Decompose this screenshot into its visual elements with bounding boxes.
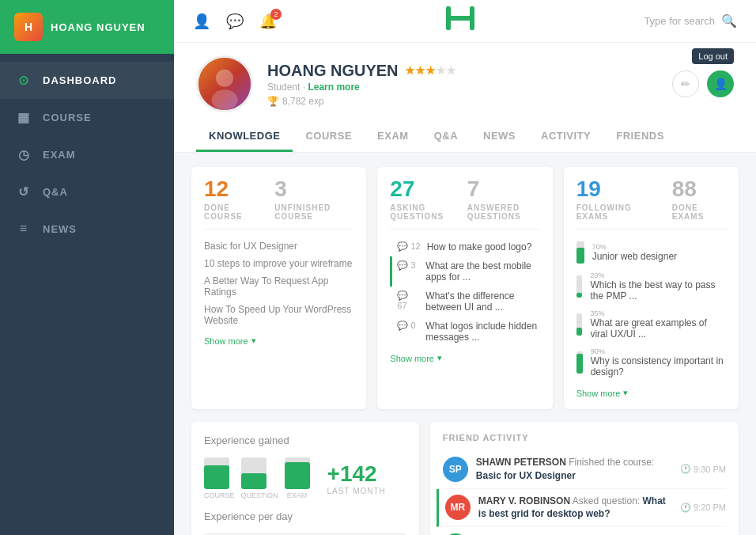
profile-name: HOANG NGUYEN ★★★★★ <box>267 62 456 80</box>
sidebar-item-course[interactable]: ▦ COURSE <box>0 99 174 136</box>
topbar: 👤 💬 🔔 2 Type for search 🔍 <box>174 0 756 43</box>
qa-item-2[interactable]: 💬 67 What's the difference between UI an… <box>390 286 539 317</box>
svg-rect-2 <box>446 16 474 21</box>
friend-time-1: 🕐 9:20 PM <box>680 503 726 513</box>
friend-text-1: MARY V. ROBINSON Asked question: What is… <box>478 495 672 522</box>
profile-info: HOANG NGUYEN ★★★★★ Student · Learn more … <box>267 62 456 107</box>
course-item-0[interactable]: Basic for UX Designer <box>204 237 353 255</box>
chat-icon[interactable]: 💬 <box>226 13 244 30</box>
done-exams-number: 88 <box>672 178 726 200</box>
dashboard-grid: 12 DONE COURSE 3 UNFINISHED COURSE Basic… <box>174 153 756 535</box>
sidebar-label-news: NEWS <box>43 223 77 235</box>
svg-point-4 <box>216 70 233 87</box>
qa-item-1[interactable]: 💬 3 What are the best mobile apps for ..… <box>390 256 539 286</box>
exam-item-1[interactable]: 20% Which is the best way to pass the PM… <box>576 268 726 305</box>
profile-exp: 🏆 8,782 exp <box>267 96 456 107</box>
tab-course[interactable]: COURSE <box>293 122 365 152</box>
profile-header: HOANG NGUYEN ★★★★★ Student · Learn more … <box>174 43 756 153</box>
progress-bar-2 <box>576 313 583 336</box>
exp-bar-question <box>241 457 266 489</box>
friend-activity-title: FRIEND ACTIVITY <box>443 433 726 442</box>
exp-number: +142 <box>327 461 386 487</box>
course-item-3[interactable]: How To Speed Up Your WordPress Website <box>204 301 353 329</box>
dashboard-icon: ⊙ <box>16 73 32 88</box>
rating-stars: ★★★★★ <box>405 64 456 77</box>
friend-item-2: JR JOE RAMOS Finished the exam: Junior w… <box>443 527 726 535</box>
exam-item-2[interactable]: 35% What are great examples of viral UX/… <box>576 305 726 343</box>
exam-stat-card: 19 FOLLOWING EXAMS 88 DONE EXAMS <box>564 167 739 409</box>
tab-exam[interactable]: EXAM <box>365 122 421 152</box>
sidebar: H HOANG NGUYEN ⊙ DASHBOARD ▦ COURSE ◷ EX… <box>0 0 174 535</box>
chart-area: Experience per day 12 13 14 15 16 17 <box>204 510 406 535</box>
done-exams-label: DONE EXAMS <box>672 203 726 221</box>
friend-text-0: SHAWN PETERSON Finished the course: Basi… <box>476 456 672 483</box>
following-exams-number: 19 <box>576 178 656 200</box>
profile-action-button[interactable]: 👤 <box>707 70 734 97</box>
friend-item-0: SP SHAWN PETERSON Finished the course: B… <box>443 450 726 489</box>
topbar-left: 👤 💬 🔔 2 <box>193 13 277 30</box>
asking-number: 27 <box>390 178 452 200</box>
exam-item-0[interactable]: 70% Junior web designer <box>576 237 726 268</box>
topbar-search: Type for search 🔍 <box>644 13 737 28</box>
exp-gained-title: Experience gained <box>204 434 406 446</box>
exam-show-more[interactable]: Show more ▾ <box>576 388 726 398</box>
news-icon: ≡ <box>16 222 32 236</box>
progress-bar-1 <box>576 275 583 298</box>
tab-qa[interactable]: Q&A <box>421 122 471 152</box>
chart-title: Experience per day <box>204 510 406 522</box>
user-icon[interactable]: 👤 <box>193 13 210 30</box>
edit-button[interactable]: ✏ <box>672 70 699 97</box>
sidebar-logo[interactable]: H HOANG NGUYEN <box>0 0 174 54</box>
qa-show-more[interactable]: Show more ▾ <box>390 353 539 363</box>
tab-news[interactable]: NEWS <box>471 122 528 152</box>
tab-friends[interactable]: FRIENDS <box>603 122 677 152</box>
progress-bar-3 <box>576 351 583 374</box>
sidebar-label-qa: Q&A <box>43 186 68 198</box>
qa-icon: ↺ <box>16 184 32 199</box>
main-content: 👤 💬 🔔 2 Type for search 🔍 <box>174 0 756 535</box>
exp-bar-course <box>204 457 229 489</box>
experience-card: Experience gained COURSE <box>191 422 419 535</box>
course-item-1[interactable]: 10 steps to improve your wireframe <box>204 255 353 272</box>
tab-knowledge[interactable]: KNOWLEDGE <box>196 122 293 152</box>
stats-row: 12 DONE COURSE 3 UNFINISHED COURSE Basic… <box>191 167 739 409</box>
done-course-number: 12 <box>204 178 259 200</box>
sidebar-label-dashboard: DASHBOARD <box>43 74 117 86</box>
profile-actions: Log out ✏ 👤 <box>672 70 734 97</box>
exp-bar-exam <box>285 457 310 489</box>
qa-stat-card: 27 ASKING QUESTIONS 7 ANSWERED QUESTIONS… <box>377 167 552 409</box>
course-icon: ▦ <box>16 110 32 125</box>
course-show-more[interactable]: Show more ▾ <box>204 336 353 346</box>
sidebar-label-exam: EXAM <box>43 149 76 161</box>
qa-item-3[interactable]: 💬 0 What logos include hidden messages .… <box>390 317 539 347</box>
page-content: HOANG NGUYEN ★★★★★ Student · Learn more … <box>174 43 756 535</box>
sidebar-item-dashboard[interactable]: ⊙ DASHBOARD <box>0 62 174 99</box>
learn-more-link[interactable]: Learn more <box>308 82 359 93</box>
qa-item-0[interactable]: 💬 12 How to make good logo? <box>390 237 539 256</box>
unfinished-course-number: 3 <box>274 178 353 200</box>
line-chart: 12 13 14 15 16 17 18 19 20 21 22 <box>204 529 406 535</box>
answered-label: ANSWERED QUESTIONS <box>467 203 540 221</box>
search-placeholder: Type for search <box>644 15 715 27</box>
svg-point-5 <box>212 89 238 110</box>
unfinished-course-label: UNFINISHED COURSE <box>274 203 353 221</box>
friend-activity-card: FRIEND ACTIVITY SP SHAWN PETERSON Finish… <box>430 422 739 535</box>
topbar-logo <box>446 6 474 36</box>
logout-tooltip: Log out <box>692 48 734 64</box>
exam-item-3[interactable]: 90% Why is consistency important in desi… <box>576 343 726 381</box>
sidebar-item-exam[interactable]: ◷ EXAM <box>0 136 174 173</box>
notification-icon[interactable]: 🔔 2 <box>259 13 277 30</box>
friend-item-1: MR MARY V. ROBINSON Asked question: What… <box>437 489 726 528</box>
progress-bar-0 <box>576 241 584 264</box>
sidebar-item-news[interactable]: ≡ NEWS <box>0 211 174 247</box>
sidebar-item-qa[interactable]: ↺ Q&A <box>0 173 174 211</box>
search-icon[interactable]: 🔍 <box>721 13 737 28</box>
profile-top: HOANG NGUYEN ★★★★★ Student · Learn more … <box>196 55 734 122</box>
course-item-2[interactable]: A Better Way To Request App Ratings <box>204 272 353 301</box>
tab-activity[interactable]: ACTIVITY <box>528 122 603 152</box>
logo-avatar: H <box>14 13 43 41</box>
exam-icon: ◷ <box>16 147 32 162</box>
exp-last-month-label: LAST MONTH <box>327 487 386 495</box>
course-stat-card: 12 DONE COURSE 3 UNFINISHED COURSE Basic… <box>191 167 366 409</box>
bottom-row: Experience gained COURSE <box>191 422 739 535</box>
